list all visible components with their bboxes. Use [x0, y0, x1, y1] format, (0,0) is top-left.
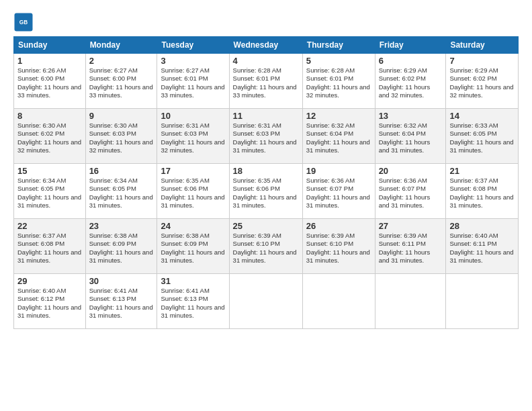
day-cell: 30 Sunrise: 6:41 AMSunset: 6:13 PMDaylig… [85, 274, 157, 329]
day-cell: 15 Sunrise: 6:34 AMSunset: 6:05 PMDaylig… [14, 164, 86, 219]
day-number: 15 [17, 166, 82, 176]
day-number: 7 [449, 56, 515, 66]
day-detail: Sunrise: 6:31 AMSunset: 6:03 PMDaylight:… [233, 122, 299, 154]
day-number: 27 [379, 221, 443, 231]
day-cell [446, 274, 519, 329]
day-detail: Sunrise: 6:36 AMSunset: 6:07 PMDaylight:… [306, 177, 371, 210]
day-number: 2 [89, 56, 154, 66]
day-cell: 25 Sunrise: 6:39 AMSunset: 6:10 PMDaylig… [229, 219, 302, 274]
day-cell: 22 Sunrise: 6:37 AMSunset: 6:08 PMDaylig… [14, 219, 86, 274]
day-detail: Sunrise: 6:26 AMSunset: 6:00 PMDaylight:… [17, 66, 82, 99]
day-number: 17 [161, 166, 225, 176]
week-row-2: 8 Sunrise: 6:30 AMSunset: 6:02 PMDayligh… [14, 109, 519, 164]
day-cell [375, 274, 446, 329]
day-number: 10 [161, 111, 225, 121]
day-cell: 12 Sunrise: 6:32 AMSunset: 6:04 PMDaylig… [302, 109, 375, 164]
day-cell [302, 274, 375, 329]
day-number: 9 [89, 111, 154, 121]
day-cell: 29 Sunrise: 6:40 AMSunset: 6:12 PMDaylig… [14, 274, 86, 329]
day-cell: 24 Sunrise: 6:38 AMSunset: 6:09 PMDaylig… [157, 219, 229, 274]
day-cell: 14 Sunrise: 6:33 AMSunset: 6:05 PMDaylig… [446, 109, 519, 164]
weekday-header-wednesday: Wednesday [229, 37, 302, 54]
day-number: 26 [306, 221, 371, 231]
day-number: 12 [306, 111, 371, 121]
day-detail: Sunrise: 6:29 AMSunset: 6:02 PMDaylight:… [379, 66, 443, 99]
day-number: 1 [17, 56, 82, 66]
day-detail: Sunrise: 6:27 AMSunset: 6:01 PMDaylight:… [161, 66, 225, 99]
day-cell: 16 Sunrise: 6:34 AMSunset: 6:05 PMDaylig… [85, 164, 157, 219]
day-number: 16 [89, 166, 154, 176]
logo-icon: GB [13, 12, 34, 32]
week-row-4: 22 Sunrise: 6:37 AMSunset: 6:08 PMDaylig… [14, 219, 519, 274]
day-detail: Sunrise: 6:33 AMSunset: 6:05 PMDaylight:… [449, 122, 515, 154]
day-cell: 27 Sunrise: 6:39 AMSunset: 6:11 PMDaylig… [375, 219, 446, 274]
day-detail: Sunrise: 6:40 AMSunset: 6:11 PMDaylight:… [449, 232, 515, 265]
day-number: 25 [233, 221, 299, 231]
weekday-header-thursday: Thursday [302, 37, 375, 54]
day-cell: 28 Sunrise: 6:40 AMSunset: 6:11 PMDaylig… [446, 219, 519, 274]
day-detail: Sunrise: 6:39 AMSunset: 6:10 PMDaylight:… [306, 232, 371, 265]
day-detail: Sunrise: 6:41 AMSunset: 6:13 PMDaylight:… [161, 287, 225, 320]
day-cell: 2 Sunrise: 6:27 AMSunset: 6:00 PMDayligh… [85, 54, 157, 109]
day-number: 20 [379, 166, 443, 176]
svg-text:GB: GB [19, 19, 28, 26]
day-cell: 7 Sunrise: 6:29 AMSunset: 6:02 PMDayligh… [446, 54, 519, 109]
day-detail: Sunrise: 6:32 AMSunset: 6:04 PMDaylight:… [379, 122, 443, 154]
day-detail: Sunrise: 6:38 AMSunset: 6:09 PMDaylight:… [161, 232, 225, 265]
day-detail: Sunrise: 6:39 AMSunset: 6:10 PMDaylight:… [233, 232, 299, 265]
day-detail: Sunrise: 6:30 AMSunset: 6:03 PMDaylight:… [89, 122, 154, 154]
day-detail: Sunrise: 6:29 AMSunset: 6:02 PMDaylight:… [449, 66, 515, 99]
day-cell: 4 Sunrise: 6:28 AMSunset: 6:01 PMDayligh… [229, 54, 302, 109]
day-cell: 18 Sunrise: 6:35 AMSunset: 6:06 PMDaylig… [229, 164, 302, 219]
day-detail: Sunrise: 6:37 AMSunset: 6:08 PMDaylight:… [17, 232, 82, 265]
day-detail: Sunrise: 6:35 AMSunset: 6:06 PMDaylight:… [161, 177, 225, 210]
day-cell: 21 Sunrise: 6:37 AMSunset: 6:08 PMDaylig… [446, 164, 519, 219]
header-row: SundayMondayTuesdayWednesdayThursdayFrid… [14, 37, 519, 54]
day-number: 19 [306, 166, 371, 176]
day-cell: 23 Sunrise: 6:38 AMSunset: 6:09 PMDaylig… [85, 219, 157, 274]
day-cell [229, 274, 302, 329]
day-number: 13 [379, 111, 443, 121]
week-row-1: 1 Sunrise: 6:26 AMSunset: 6:00 PMDayligh… [14, 54, 519, 109]
day-detail: Sunrise: 6:31 AMSunset: 6:03 PMDaylight:… [161, 122, 225, 154]
day-cell: 26 Sunrise: 6:39 AMSunset: 6:10 PMDaylig… [302, 219, 375, 274]
weekday-header-sunday: Sunday [14, 37, 86, 54]
day-number: 5 [306, 56, 371, 66]
day-cell: 9 Sunrise: 6:30 AMSunset: 6:03 PMDayligh… [85, 109, 157, 164]
day-detail: Sunrise: 6:34 AMSunset: 6:05 PMDaylight:… [17, 177, 82, 210]
week-row-3: 15 Sunrise: 6:34 AMSunset: 6:05 PMDaylig… [14, 164, 519, 219]
calendar-table: SundayMondayTuesdayWednesdayThursdayFrid… [13, 36, 519, 329]
weekday-header-friday: Friday [375, 37, 446, 54]
day-detail: Sunrise: 6:34 AMSunset: 6:05 PMDaylight:… [89, 177, 154, 210]
header: GB [13, 12, 519, 32]
day-cell: 11 Sunrise: 6:31 AMSunset: 6:03 PMDaylig… [229, 109, 302, 164]
day-detail: Sunrise: 6:32 AMSunset: 6:04 PMDaylight:… [306, 122, 371, 154]
logo: GB [13, 12, 35, 32]
day-detail: Sunrise: 6:28 AMSunset: 6:01 PMDaylight:… [233, 66, 299, 99]
day-cell: 10 Sunrise: 6:31 AMSunset: 6:03 PMDaylig… [157, 109, 229, 164]
day-cell: 17 Sunrise: 6:35 AMSunset: 6:06 PMDaylig… [157, 164, 229, 219]
day-cell: 1 Sunrise: 6:26 AMSunset: 6:00 PMDayligh… [14, 54, 86, 109]
week-row-5: 29 Sunrise: 6:40 AMSunset: 6:12 PMDaylig… [14, 274, 519, 329]
day-number: 11 [233, 111, 299, 121]
day-number: 29 [17, 276, 82, 286]
day-cell: 19 Sunrise: 6:36 AMSunset: 6:07 PMDaylig… [302, 164, 375, 219]
day-number: 24 [161, 221, 225, 231]
day-number: 4 [233, 56, 299, 66]
day-number: 18 [233, 166, 299, 176]
day-number: 8 [17, 111, 82, 121]
day-number: 3 [161, 56, 225, 66]
day-number: 31 [161, 276, 225, 286]
day-number: 22 [17, 221, 82, 231]
day-cell: 20 Sunrise: 6:36 AMSunset: 6:07 PMDaylig… [375, 164, 446, 219]
day-number: 14 [449, 111, 515, 121]
day-cell: 13 Sunrise: 6:32 AMSunset: 6:04 PMDaylig… [375, 109, 446, 164]
day-detail: Sunrise: 6:35 AMSunset: 6:06 PMDaylight:… [233, 177, 299, 210]
day-detail: Sunrise: 6:39 AMSunset: 6:11 PMDaylight:… [379, 232, 443, 265]
day-cell: 5 Sunrise: 6:28 AMSunset: 6:01 PMDayligh… [302, 54, 375, 109]
day-detail: Sunrise: 6:40 AMSunset: 6:12 PMDaylight:… [17, 287, 82, 320]
day-cell: 8 Sunrise: 6:30 AMSunset: 6:02 PMDayligh… [14, 109, 86, 164]
weekday-header-saturday: Saturday [446, 37, 519, 54]
day-number: 30 [89, 276, 154, 286]
day-number: 23 [89, 221, 154, 231]
